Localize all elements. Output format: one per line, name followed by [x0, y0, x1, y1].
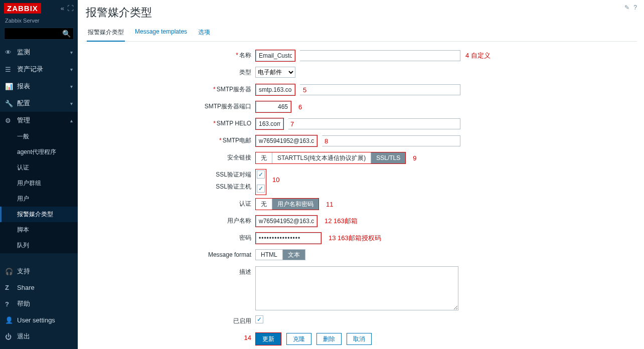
seg-sec-ssltls[interactable]: SSL/TLS [371, 152, 405, 163]
footer-logout[interactable]: 退出 [0, 328, 78, 345]
nav-reports[interactable]: 报表 ▾ [0, 78, 78, 95]
annotation-11: 11 [326, 201, 333, 208]
smtpserver-input[interactable] [256, 84, 295, 95]
seg-auth-none[interactable]: 无 [256, 199, 272, 210]
smtpport-input[interactable] [256, 101, 291, 112]
annotation-4: 4 自定义 [465, 51, 491, 60]
nav-admin-label: 管理 [17, 116, 30, 125]
nav-inventory[interactable]: 资产记录 ▾ [0, 61, 78, 78]
sidebar: ZABBIX « ⛶ Zabbix Server 🔍 监测 ▾ 资产记录 ▾ 报… [0, 0, 78, 349]
gear-icon [5, 117, 12, 124]
nav-config-label: 配置 [17, 99, 30, 108]
footer-help[interactable]: 帮助 [0, 295, 78, 312]
help-page-icon[interactable]: ? [633, 4, 637, 11]
name-input-ext[interactable] [300, 50, 460, 61]
tab-options[interactable]: 选项 [197, 25, 211, 41]
sslpeer-checkbox[interactable]: ✓ [257, 170, 265, 179]
username-input[interactable] [256, 216, 317, 227]
main-content: ✎ ? 报警媒介类型 报警媒介类型 Message templates 选项 *… [78, 0, 644, 349]
smtpemail-input[interactable] [256, 135, 317, 146]
subnav-auth[interactable]: 认证 [0, 160, 78, 176]
label-sslpeer: SSL验证对端 [216, 171, 251, 178]
eye-icon [5, 49, 12, 56]
name-input[interactable] [256, 50, 295, 61]
seg-sec-starttls[interactable]: STARTTLS(纯文本通信协议扩展) [272, 152, 371, 163]
smtpserver-input-ext[interactable] [300, 84, 460, 95]
subnav-usergroups[interactable]: 用户群组 [0, 176, 78, 191]
smtphelo-input-ext[interactable] [288, 118, 460, 129]
annotation-5: 5 [303, 86, 306, 94]
subnav-general[interactable]: 一般 [0, 129, 78, 144]
label-username: 用户名称 [227, 217, 251, 224]
z-icon [5, 284, 12, 291]
annotation-14: 14 [244, 334, 251, 341]
nav-monitor[interactable]: 监测 ▾ [0, 44, 78, 61]
clone-button[interactable]: 克隆 [286, 333, 311, 345]
label-type: 类型 [239, 69, 251, 76]
cancel-button[interactable]: 取消 [347, 333, 372, 345]
list-icon [5, 66, 12, 73]
label-sslhost: SSL验证主机 [216, 183, 251, 190]
password-input[interactable] [256, 233, 321, 244]
help-icon [5, 300, 12, 308]
seg-fmt-html[interactable]: HTML [256, 250, 283, 260]
seg-auth-userpass[interactable]: 用户名和密码 [272, 199, 318, 210]
enabled-checkbox[interactable]: ✓ [255, 315, 263, 323]
footer-support[interactable]: 支持 [0, 263, 78, 280]
nav-config[interactable]: 配置 ▾ [0, 95, 78, 112]
footer-share-label: Share [17, 284, 35, 291]
chevron-down-icon: ▾ [70, 50, 73, 55]
smtphelo-input[interactable] [256, 118, 283, 129]
subnav-queue[interactable]: 队列 [0, 238, 78, 253]
seg-sec-none[interactable]: 无 [256, 152, 272, 163]
label-enabled: 已启用 [233, 317, 251, 324]
collapse-icon[interactable]: « [61, 5, 64, 12]
edit-icon[interactable]: ✎ [624, 4, 629, 11]
annotation-12: 12 163邮箱 [325, 217, 358, 226]
top-actions: ✎ ? [624, 4, 637, 11]
subnav-mediatypes[interactable]: 报警媒介类型 [0, 207, 78, 222]
label-security: 安全链接 [227, 154, 251, 161]
seg-fmt-text[interactable]: 文本 [283, 250, 305, 260]
sidebar-footer: 支持 Share 帮助 User settings 退出 [0, 263, 78, 349]
server-name: Zabbix Server [0, 17, 78, 28]
user-icon [5, 316, 12, 324]
update-button[interactable]: 更新 [256, 333, 281, 345]
chevron-up-icon: ▴ [70, 118, 73, 123]
footer-help-label: 帮助 [17, 299, 30, 308]
label-smtpserver: SMTP服务器 [217, 86, 251, 93]
smtpemail-input-ext[interactable] [322, 135, 460, 146]
delete-button[interactable]: 删除 [316, 333, 342, 345]
form: *名称 4 自定义 类型 电子邮件 *SMTP服务器 5 [85, 42, 637, 349]
sslhost-checkbox[interactable]: ✓ [257, 185, 265, 193]
tab-templates[interactable]: Message templates [134, 25, 188, 41]
wrench-icon [5, 100, 12, 107]
subnav-scripts[interactable]: 脚本 [0, 222, 78, 238]
search-icon[interactable]: 🔍 [62, 30, 71, 38]
description-textarea[interactable] [255, 266, 458, 310]
annotation-6: 6 [298, 103, 302, 111]
annotation-9: 9 [413, 154, 416, 162]
tabs: 报警媒介类型 Message templates 选项 [85, 25, 637, 42]
sidebar-header: ZABBIX « ⛶ [0, 0, 78, 17]
power-icon [5, 333, 12, 340]
label-name: 名称 [239, 52, 251, 59]
type-select[interactable]: 电子邮件 [255, 67, 295, 78]
subnav-users[interactable]: 用户 [0, 191, 78, 207]
nav-admin[interactable]: 管理 ▴ [0, 112, 78, 129]
footer-support-label: 支持 [17, 267, 30, 276]
headset-icon [5, 268, 12, 275]
chevron-down-icon: ▾ [70, 84, 73, 89]
tab-media[interactable]: 报警媒介类型 [87, 25, 125, 42]
annotation-13: 13 163邮箱授权码 [329, 234, 381, 243]
expand-icon[interactable]: ⛶ [67, 5, 74, 12]
chevron-down-icon: ▾ [70, 101, 73, 106]
subnav-agent[interactable]: agent代理程序 [0, 144, 78, 160]
annotation-10: 10 [272, 176, 279, 184]
footer-usersettings-label: User settings [17, 316, 55, 324]
chart-icon [5, 83, 12, 90]
footer-usersettings[interactable]: User settings [0, 312, 78, 328]
footer-share[interactable]: Share [0, 280, 78, 295]
footer-logout-label: 退出 [17, 332, 30, 341]
nav-inventory-label: 资产记录 [17, 65, 43, 74]
